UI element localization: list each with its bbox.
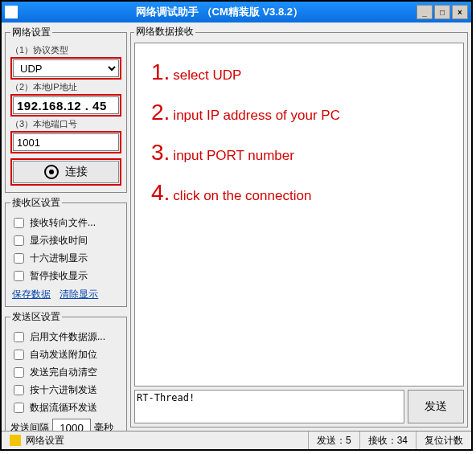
auto-clear-label: 发送完自动清空 [30,366,97,379]
receive-area-group: 网络数据接收 1.select UDP 2.input IP address o… [130,26,468,427]
status-left: 网络设置 [26,434,64,448]
network-settings-legend: 网络设置 [10,26,52,39]
app-icon [5,6,18,18]
receive-textarea[interactable]: 1.select UDP 2.input IP address of your … [134,43,464,387]
annotation-1: select UDP [173,67,241,84]
loop-send-label: 数据流循环发送 [30,401,97,415]
highlight-ip [10,94,121,117]
recv-count-value: 34 [397,435,408,446]
recv-to-file-label: 接收转向文件... [30,216,96,230]
auto-append-label: 自动发送附加位 [30,348,97,362]
connect-status-icon [44,165,59,179]
highlight-protocol: UDP [10,57,121,80]
show-recv-time-label: 显示接收时间 [30,234,88,247]
left-column: 网络设置 （1）协议类型 UDP （2）本地IP地址 （3）本地端口号 [5,26,127,427]
file-source-label: 启用文件数据源... [30,330,105,344]
receive-settings-group: 接收区设置 接收转向文件... 显示接收时间 十六进制显示 暂停接收显示 保存数… [5,196,127,307]
port-input[interactable] [13,133,119,151]
send-textarea[interactable] [134,390,404,423]
port-label: （3）本地端口号 [10,118,121,130]
reset-count-button[interactable]: 复位计数 [425,434,463,448]
highlight-connect: 连接 [10,158,121,186]
annotation-4: click on the connection [173,188,311,204]
save-data-link[interactable]: 保存数据 [12,288,51,300]
ip-input[interactable] [13,96,119,114]
hex-send-label: 按十六进制发送 [30,383,97,397]
titlebar: 网络调试助手 （CM精装版 V3.8.2） _ □ × [2,2,471,22]
file-source-checkbox[interactable] [14,332,24,342]
hex-display-checkbox[interactable] [14,253,24,264]
connect-button[interactable]: 连接 [13,161,119,183]
show-recv-time-checkbox[interactable] [14,235,24,246]
annotation-3: input PORT number [173,148,294,164]
maximize-button[interactable]: □ [434,5,450,19]
send-count-value: 5 [346,435,351,446]
auto-append-checkbox[interactable] [14,350,24,360]
window-buttons: _ □ × [416,5,468,19]
hex-send-checkbox[interactable] [14,385,24,395]
receive-settings-legend: 接收区设置 [10,196,62,210]
status-bar: 网络设置 发送： 5 接收： 34 复位计数 [2,431,471,449]
pause-recv-label: 暂停接收显示 [30,269,88,283]
app-window: 网络调试助手 （CM精装版 V3.8.2） _ □ × 网络设置 （1）协议类型… [0,0,473,451]
auto-clear-checkbox[interactable] [14,367,24,378]
loop-send-checkbox[interactable] [14,403,24,413]
send-button[interactable]: 发送 [408,390,464,423]
connect-label: 连接 [65,165,88,179]
annotation-2: input IP address of your PC [173,108,340,124]
protocol-label: （1）协议类型 [10,44,121,56]
send-area: 发送 [134,390,464,423]
minimize-button[interactable]: _ [416,5,433,19]
status-icon [10,435,21,446]
close-button[interactable]: × [452,5,468,19]
send-settings-group: 发送区设置 启用文件数据源... 自动发送附加位 发送完自动清空 按十六进制发送… [5,310,127,431]
receive-area-legend: 网络数据接收 [134,25,195,39]
highlight-port [10,131,121,153]
protocol-select[interactable]: UDP [13,59,119,77]
clear-display-link[interactable]: 清除显示 [60,288,98,300]
pause-recv-checkbox[interactable] [14,271,24,281]
ip-label: （2）本地IP地址 [10,81,121,93]
interval-unit: 毫秒 [94,421,113,432]
send-settings-legend: 发送区设置 [10,310,62,324]
recv-count-label: 接收： [368,434,397,448]
network-settings-group: 网络设置 （1）协议类型 UDP （2）本地IP地址 （3）本地端口号 [5,26,127,193]
annotation-overlay: 1.select UDP 2.input IP address of your … [151,59,340,220]
right-column: 网络数据接收 1.select UDP 2.input IP address o… [130,26,468,427]
recv-to-file-checkbox[interactable] [14,218,24,228]
send-count-label: 发送： [317,434,346,448]
hex-display-label: 十六进制显示 [30,252,88,265]
interval-label: 发送间隔 [10,421,49,432]
content-area: 网络设置 （1）协议类型 UDP （2）本地IP地址 （3）本地端口号 [2,22,471,431]
interval-input[interactable] [52,419,91,431]
window-title: 网络调试助手 （CM精装版 V3.8.2） [23,5,416,19]
